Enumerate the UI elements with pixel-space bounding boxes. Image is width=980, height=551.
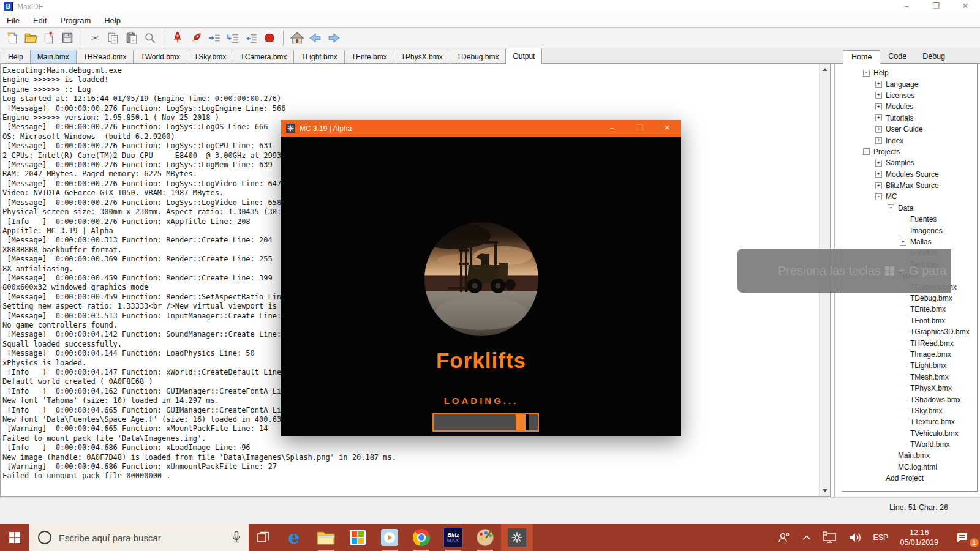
notification-center-button[interactable]: 1 <box>944 524 980 551</box>
editor-tab[interactable]: TCamera.bmx <box>233 50 294 63</box>
tree-item[interactable]: TShadows.bmx <box>842 394 977 405</box>
tree-item[interactable]: User Guide <box>842 124 977 135</box>
tree-toggle-icon[interactable] <box>875 92 882 99</box>
tree-toggle-icon[interactable] <box>875 160 882 167</box>
build-run-icon[interactable] <box>189 31 203 45</box>
tree-item[interactable]: TVehiculo.bmx <box>842 428 977 439</box>
scroll-up-icon[interactable] <box>820 64 830 75</box>
tree-item[interactable]: BlitzMax Source <box>842 180 977 191</box>
tree-item[interactable]: Data <box>842 203 977 214</box>
tree-toggle-icon[interactable] <box>875 193 882 200</box>
task-view-button[interactable] <box>249 524 278 551</box>
edge-taskbar-icon[interactable]: e <box>278 524 310 551</box>
tree-item[interactable]: TLight.bmx <box>842 360 977 371</box>
editor-tab[interactable]: TEnte.bmx <box>344 50 394 63</box>
language-indicator[interactable]: ESP <box>867 524 894 551</box>
back-icon[interactable] <box>308 31 323 45</box>
tree-item[interactable]: TGraphics3D.bmx <box>842 326 977 337</box>
editor-tab[interactable]: Output <box>505 48 542 64</box>
tree-item[interactable]: TMesh.bmx <box>842 372 977 383</box>
sidebar-tab[interactable]: Code <box>880 50 914 64</box>
tree-item[interactable]: TTexture.bmx <box>842 416 977 427</box>
people-icon[interactable] <box>772 524 796 551</box>
editor-tab[interactable]: Main.bmx <box>30 50 77 63</box>
close-button[interactable]: ✕ <box>951 0 980 13</box>
game-minimize-button[interactable]: – <box>598 120 626 137</box>
taskbar-search[interactable]: Escribe aquí para buscar <box>29 524 249 551</box>
start-button[interactable] <box>0 524 29 551</box>
game-window[interactable]: MC 3.19 | Alpha – ❒ ✕ <box>281 120 681 436</box>
tree-item[interactable]: Imagenes <box>842 225 977 236</box>
home-icon[interactable] <box>290 31 304 45</box>
speaker-icon[interactable] <box>843 524 867 551</box>
paint-taskbar-icon[interactable] <box>469 524 501 551</box>
file-explorer-taskbar-icon[interactable] <box>310 524 342 551</box>
editor-tab[interactable]: TLight.bmx <box>293 50 344 63</box>
media-player-taskbar-icon[interactable] <box>374 524 405 551</box>
cortana-icon[interactable] <box>38 531 51 544</box>
tree-item[interactable]: Language <box>842 78 977 89</box>
forward-icon[interactable] <box>326 31 341 45</box>
chevron-up-icon[interactable] <box>796 524 817 551</box>
tree-item[interactable]: Index <box>842 135 977 146</box>
editor-tab[interactable]: TPhysX.bmx <box>394 50 450 63</box>
step-out-icon[interactable] <box>244 31 258 45</box>
tree-toggle-icon[interactable] <box>888 204 894 211</box>
mc-game-taskbar-icon[interactable] <box>501 524 533 551</box>
menu-item[interactable]: Edit <box>26 16 53 25</box>
stop-icon[interactable] <box>262 31 277 45</box>
clock[interactable]: 12:16 05/01/2019 <box>894 528 944 547</box>
open-file-icon[interactable] <box>23 31 38 45</box>
save-file-icon[interactable] <box>60 31 75 45</box>
editor-tab[interactable]: Help <box>1 50 31 63</box>
sidebar-tab[interactable]: Home <box>843 50 880 64</box>
close-file-icon[interactable] <box>42 31 56 45</box>
tree-item[interactable]: TSky.bmx <box>842 405 977 416</box>
tree-item[interactable]: Projects <box>842 146 977 157</box>
menu-item[interactable]: Help <box>97 16 127 25</box>
tree-item[interactable]: Fuentes <box>842 214 977 225</box>
tree-item[interactable]: Modules <box>842 101 977 112</box>
maxide-titlebar[interactable]: B MaxIDE – ❐ ✕ <box>0 0 980 13</box>
step-in-icon[interactable] <box>225 31 240 45</box>
tree-toggle-icon[interactable] <box>875 103 882 110</box>
tree-toggle-icon[interactable] <box>875 114 882 121</box>
tree-item[interactable]: Add Project <box>842 473 977 484</box>
game-close-button[interactable]: ✕ <box>654 120 681 137</box>
cut-icon[interactable]: ✂ <box>88 31 102 45</box>
sidebar-tab[interactable]: Debug <box>914 50 953 64</box>
tree-item[interactable]: MC.log.html <box>842 462 977 473</box>
store-taskbar-icon[interactable] <box>342 524 374 551</box>
editor-tab[interactable]: TDebug.bmx <box>450 50 507 63</box>
game-window-titlebar[interactable]: MC 3.19 | Alpha – ❒ ✕ <box>281 120 681 137</box>
tree-item[interactable]: Samples <box>842 157 977 168</box>
tree-item[interactable]: TImage.bmx <box>842 349 977 360</box>
tree-toggle-icon[interactable] <box>875 81 882 88</box>
editor-tab[interactable]: THRead.bmx <box>76 50 134 63</box>
tree-toggle-icon[interactable] <box>875 137 882 144</box>
blitzmax-taskbar-icon[interactable]: BlitzMAX <box>437 524 469 551</box>
tree-item[interactable]: Modules Source <box>842 169 977 180</box>
tree-item[interactable]: TWorld.bmx <box>842 439 977 450</box>
copy-icon[interactable] <box>106 31 121 45</box>
menu-item[interactable]: File <box>0 16 26 25</box>
tree-toggle-icon[interactable] <box>875 126 882 133</box>
new-file-icon[interactable] <box>5 31 20 45</box>
step-icon[interactable] <box>207 31 222 45</box>
tree-toggle-icon[interactable] <box>863 70 870 77</box>
game-maximize-button[interactable]: ❒ <box>626 120 654 137</box>
scroll-down-icon[interactable] <box>820 485 830 496</box>
editor-tab[interactable]: TWorld.bmx <box>133 50 187 63</box>
tree-item[interactable]: TFont.bmx <box>842 315 977 326</box>
tree-toggle-icon[interactable] <box>900 239 907 246</box>
display-icon[interactable] <box>817 524 843 551</box>
restore-button[interactable]: ❐ <box>921 0 951 13</box>
minimize-button[interactable]: – <box>892 0 921 13</box>
tree-item[interactable]: TDebug.bmx <box>842 293 977 304</box>
find-icon[interactable] <box>143 31 157 45</box>
tree-item[interactable]: TPhysX.bmx <box>842 383 977 394</box>
tree-item[interactable]: Help <box>842 67 977 78</box>
mic-icon[interactable] <box>232 531 241 547</box>
tree-item[interactable]: THRead.bmx <box>842 337 977 348</box>
tree-item[interactable]: MC <box>842 191 977 202</box>
